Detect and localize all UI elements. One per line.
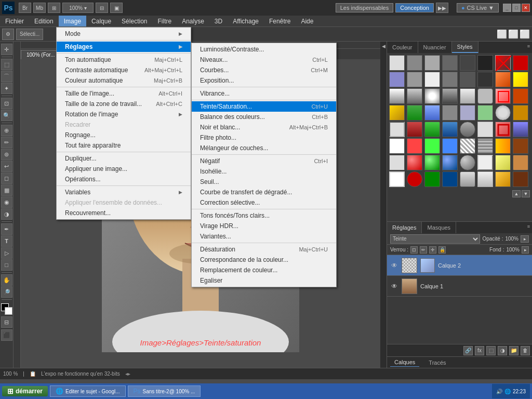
menu-analyse[interactable]: Analyse [177, 16, 209, 26]
tab-styles[interactable]: Styles [452, 42, 478, 53]
style-item[interactable] [495, 171, 511, 187]
tab-traces[interactable]: Tracés [424, 358, 450, 367]
style-item[interactable] [389, 122, 405, 137]
taskbar-item-photoshop[interactable]: Ps Sans titre-2@ 100% ... [128, 385, 201, 397]
hand-tool[interactable]: ✋ [1, 274, 12, 286]
style-item[interactable] [442, 122, 458, 137]
submenu-melangeur-couches[interactable]: Mélangeur de couches... [192, 143, 336, 153]
style-item[interactable] [442, 105, 458, 121]
layer-fx-btn[interactable]: fx [475, 346, 484, 355]
submenu-isohelie[interactable]: Isohélie... [192, 166, 336, 177]
shape-tool[interactable]: □ [1, 259, 12, 271]
style-item[interactable] [442, 72, 458, 87]
layer-visibility-eye[interactable]: 👁 [390, 261, 398, 270]
text-tool[interactable]: T [1, 235, 12, 247]
style-item[interactable] [442, 155, 458, 170]
menu-fenetre[interactable]: Fenêtre [264, 16, 296, 26]
style-item[interactable] [513, 105, 528, 121]
mini-bridge-icon[interactable]: Mb [33, 3, 46, 13]
screen-mode-btn[interactable]: ⬛ [1, 329, 12, 341]
fill-arrow[interactable]: ▸ [522, 246, 529, 254]
style-item[interactable] [442, 138, 458, 154]
submenu-vibrance[interactable]: Vibrance... [192, 88, 336, 99]
submenu-filtre-photo[interactable]: Filtre photo... [192, 132, 336, 143]
style-item[interactable] [442, 88, 458, 104]
lock-position-btn[interactable]: ✛ [429, 246, 436, 254]
conception-btn[interactable]: Conception [395, 3, 434, 12]
style-item[interactable] [442, 55, 458, 71]
style-item[interactable] [424, 138, 440, 154]
style-item[interactable] [495, 122, 511, 137]
healing-brush-tool[interactable]: ⊕ [1, 125, 12, 136]
submenu-tons-foncs[interactable]: Tons foncés/Tons clairs... [192, 210, 336, 221]
style-item[interactable] [424, 72, 440, 87]
tab-calques[interactable]: Calques [390, 358, 419, 367]
select-options[interactable]: Sélecti... [16, 29, 43, 40]
minimize-btn[interactable]: _ [503, 4, 511, 12]
style-item[interactable] [495, 105, 511, 121]
menu-fichier[interactable]: Fichier [0, 16, 29, 26]
gradient-tool[interactable]: ▦ [1, 184, 12, 196]
styles-scroll-down[interactable]: ▼ [522, 190, 530, 197]
path-selection-tool[interactable]: ▷ [1, 247, 12, 259]
submenu-desaturation[interactable]: Désaturation Maj+Ctrl+U [192, 244, 336, 255]
style-item[interactable] [513, 122, 528, 137]
submenu-niveaux[interactable]: Niveaux... Ctrl+L [192, 55, 336, 65]
style-item[interactable] [513, 171, 528, 187]
style-item[interactable] [442, 171, 458, 187]
style-item[interactable] [407, 138, 422, 154]
blur-tool[interactable]: ◉ [1, 196, 12, 208]
submenu-balance-couleurs[interactable]: Balance des couleurs... Ctrl+B [192, 112, 336, 122]
submenu-correction-selective[interactable]: Correction sélective... [192, 197, 336, 208]
style-item[interactable] [477, 55, 493, 71]
style-item[interactable] [477, 72, 493, 87]
panel-menu-btn[interactable]: ≡ [525, 42, 532, 53]
menu-rognage[interactable]: Rognage... [57, 130, 191, 140]
bridge-icon[interactable]: Br [19, 3, 31, 13]
style-item[interactable] [389, 105, 405, 121]
taskbar-item-browser[interactable]: 🌐 Editer le sujet - Googl... [50, 385, 126, 397]
menu-taille-zone[interactable]: Taille de la zone de travail... Alt+Ctrl… [57, 99, 191, 109]
styles-scroll-up[interactable]: ▲ [512, 190, 521, 197]
style-item[interactable] [495, 72, 511, 87]
menu-image[interactable]: Image [59, 16, 86, 26]
lock-all-btn[interactable]: 🔒 [438, 246, 446, 254]
zoom-dropdown[interactable]: 100% ▾ [62, 3, 94, 13]
panel-collapse-btn[interactable]: ◀ [380, 42, 387, 368]
menu-tout-faire[interactable]: Tout faire apparaître [57, 140, 191, 151]
menu-couleur-automatique[interactable]: Couleur automatique Maj+Ctrl+B [57, 75, 191, 86]
style-item[interactable] [407, 88, 422, 104]
style-item[interactable] [460, 171, 475, 187]
style-item[interactable] [389, 88, 405, 104]
menu-mode[interactable]: Mode ▶ [57, 29, 191, 39]
layer-item-calque1[interactable]: 👁 Calque 1 [387, 276, 532, 297]
submenu-courbes[interactable]: Courbes... Ctrl+M [192, 65, 336, 75]
menu-3d[interactable]: 3D [209, 16, 228, 26]
menu-taille-image[interactable]: Taille de l'image... Alt+Ctrl+I [57, 88, 191, 99]
menu-variables[interactable]: Variables ▶ [57, 187, 191, 197]
style-item[interactable] [460, 138, 475, 154]
layer-visibility-eye[interactable]: 👁 [390, 282, 398, 290]
close-btn[interactable]: ✕ [522, 4, 530, 12]
tool-options-btn[interactable]: ⚙ [2, 29, 14, 40]
style-item[interactable] [513, 138, 528, 154]
style-item[interactable] [477, 122, 493, 137]
layer-item-calque2[interactable]: 👁 Calque 2 [387, 255, 532, 276]
dodge-tool[interactable]: ◑ [1, 208, 12, 220]
cs-live-btn[interactable]: ● CS Live ▼ [457, 3, 499, 12]
magic-wand-tool[interactable]: ✦ [1, 83, 12, 94]
style-item[interactable] [495, 55, 511, 71]
move-tool[interactable]: ✛ [1, 44, 12, 55]
submenu-virage-hdr[interactable]: Virage HDR... [192, 221, 336, 231]
menu-edition[interactable]: Edition [29, 16, 59, 26]
submenu-exposition[interactable]: Exposition... [192, 75, 336, 86]
style-item[interactable] [389, 138, 405, 154]
submenu-egaliser[interactable]: Egaliser [192, 275, 336, 286]
submenu-teinte-saturation[interactable]: Teinte/Saturation... Ctrl+U [192, 101, 336, 112]
style-item[interactable] [477, 155, 493, 170]
submenu-remplacement-couleur[interactable]: Remplacement de couleur... [192, 265, 336, 275]
style-item[interactable] [407, 155, 422, 170]
style-item[interactable] [424, 171, 440, 187]
style-item[interactable] [407, 55, 422, 71]
style-item[interactable] [513, 55, 528, 71]
